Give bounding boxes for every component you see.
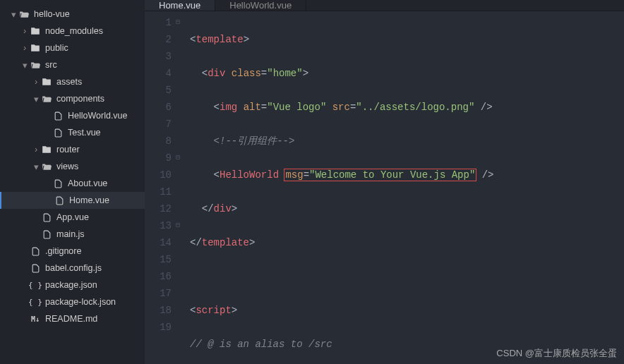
tree-item-label: public — [45, 43, 68, 53]
tree-item-public[interactable]: ›public — [0, 40, 145, 56]
line-number: 7 — [145, 116, 172, 133]
line-number: 2 — [145, 31, 172, 48]
tree-item-label: Home.vue — [69, 195, 109, 205]
line-gutter: 1⊟23456789⊟10111213⊟141516171819 — [145, 11, 177, 364]
tree-item-views[interactable]: ▾views — [0, 158, 145, 175]
tree-item-label: babel.config.js — [45, 263, 102, 273]
line-number: 5 — [145, 82, 172, 99]
file-icon — [54, 196, 65, 205]
tree-item-helloworld-vue[interactable]: HelloWorld.vue — [0, 107, 145, 124]
tree-item-label: package.json — [45, 280, 97, 290]
tree-item-components[interactable]: ▾components — [0, 90, 145, 107]
file-icon — [52, 128, 64, 138]
line-number: 14 — [145, 234, 172, 251]
tree-item-home-vue[interactable]: Home.vue — [0, 192, 145, 209]
fold-marker-icon[interactable]: ⊟ — [176, 150, 180, 166]
line-number: 12 — [145, 200, 172, 217]
tree-item-label: HelloWorld.vue — [68, 111, 128, 121]
line-number: 10 — [145, 166, 172, 183]
tree-item-label: .gitignore — [45, 246, 81, 256]
highlighted-attribute: msg="Welcome to Your Vue.js App" — [284, 169, 476, 181]
folder-open-icon — [30, 60, 41, 70]
line-number: 11 — [145, 183, 172, 200]
tree-item-main-js[interactable]: main.js — [0, 226, 145, 243]
tree-item-label: About.vue — [68, 178, 107, 188]
tree-item--gitignore[interactable]: .gitignore — [0, 243, 145, 260]
chevron-icon: ▾ — [32, 94, 40, 104]
tree-item-package-lock-json[interactable]: { }package-lock.json — [0, 293, 145, 310]
line-number: 15 — [145, 251, 172, 268]
file-icon — [52, 179, 64, 188]
tree-item-label: assets — [56, 77, 82, 87]
json-icon: { } — [30, 281, 41, 290]
tree-item-router[interactable]: ›router — [0, 141, 145, 158]
line-number: 6 — [145, 99, 172, 116]
tree-item-package-json[interactable]: { }package.json — [0, 277, 145, 293]
folder-open-icon — [41, 94, 52, 104]
code-area[interactable]: 1⊟23456789⊟10111213⊟141516171819 <templa… — [145, 11, 624, 364]
file-icon — [30, 264, 41, 273]
fold-marker-icon[interactable]: ⊟ — [176, 217, 180, 234]
tree-item-label: package-lock.json — [45, 297, 116, 307]
file-icon — [41, 213, 52, 222]
chevron-icon: › — [32, 77, 40, 87]
md-icon: M↓ — [30, 315, 41, 323]
tree-item-readme-md[interactable]: M↓README.md — [0, 310, 145, 327]
tree-item-label: router — [56, 145, 80, 154]
line-number: 3 — [145, 48, 172, 65]
tree-item-label: main.js — [56, 229, 85, 239]
line-number: 8 — [145, 133, 172, 150]
folder-icon — [30, 26, 41, 36]
editor-area: Home.vue HelloWorld.vue 1⊟23456789⊟10111… — [145, 0, 624, 364]
tree-item-label: src — [45, 60, 57, 70]
tab-helloworld-vue[interactable]: HelloWorld.vue — [215, 0, 306, 11]
line-number: 17 — [145, 285, 172, 302]
folder-icon — [30, 43, 41, 53]
line-number: 18 — [145, 302, 172, 319]
tab-bar: Home.vue HelloWorld.vue — [145, 0, 624, 11]
file-dot-icon — [30, 247, 41, 256]
line-number: 9⊟ — [145, 150, 172, 166]
chevron-icon: ▾ — [21, 60, 28, 71]
tree-item-hello-vue[interactable]: ▾hello-vue — [0, 6, 145, 23]
folder-icon — [41, 145, 52, 154]
tree-item-label: hello-vue — [34, 9, 70, 19]
line-number: 19 — [145, 319, 172, 336]
tree-item-app-vue[interactable]: App.vue — [0, 209, 145, 226]
fold-marker-icon[interactable]: ⊟ — [176, 14, 180, 31]
code-content[interactable]: <template> <div class="home"> <img alt="… — [177, 11, 624, 364]
tree-item-babel-config-js[interactable]: babel.config.js — [0, 260, 145, 277]
tree-item-test-vue[interactable]: Test.vue — [0, 124, 145, 141]
chevron-icon: ▾ — [32, 162, 40, 172]
tree-item-node-modules[interactable]: ›node_modules — [0, 23, 145, 40]
file-explorer: ▾hello-vue›node_modules›public▾src›asset… — [0, 0, 145, 364]
tree-item-about-vue[interactable]: About.vue — [0, 175, 145, 192]
chevron-icon: › — [21, 43, 28, 53]
line-number: 16 — [145, 268, 172, 285]
file-icon — [52, 111, 64, 121]
line-number: 4 — [145, 65, 172, 82]
line-number: 13⊟ — [145, 217, 172, 234]
file-icon — [41, 230, 52, 239]
watermark: CSDN @富士康质检员张全蛋 — [496, 347, 617, 360]
tree-item-label: README.md — [45, 314, 97, 324]
chevron-icon: › — [32, 145, 40, 154]
tree-item-label: node_modules — [45, 26, 103, 36]
chevron-icon: ▾ — [10, 9, 17, 20]
tree-item-assets[interactable]: ›assets — [0, 73, 145, 90]
tree-item-label: components — [56, 94, 104, 104]
line-number: 1⊟ — [145, 14, 172, 31]
folder-icon — [41, 77, 52, 87]
tree-item-label: views — [56, 162, 78, 171]
tree-item-label: Test.vue — [68, 128, 101, 138]
folder-open-icon — [41, 162, 52, 171]
tree-item-label: App.vue — [56, 212, 89, 222]
tree-item-src[interactable]: ▾src — [0, 56, 145, 73]
folder-open-icon — [18, 9, 30, 19]
tab-home-vue[interactable]: Home.vue — [145, 0, 215, 11]
chevron-icon: › — [21, 26, 28, 36]
json-icon: { } — [30, 298, 41, 307]
